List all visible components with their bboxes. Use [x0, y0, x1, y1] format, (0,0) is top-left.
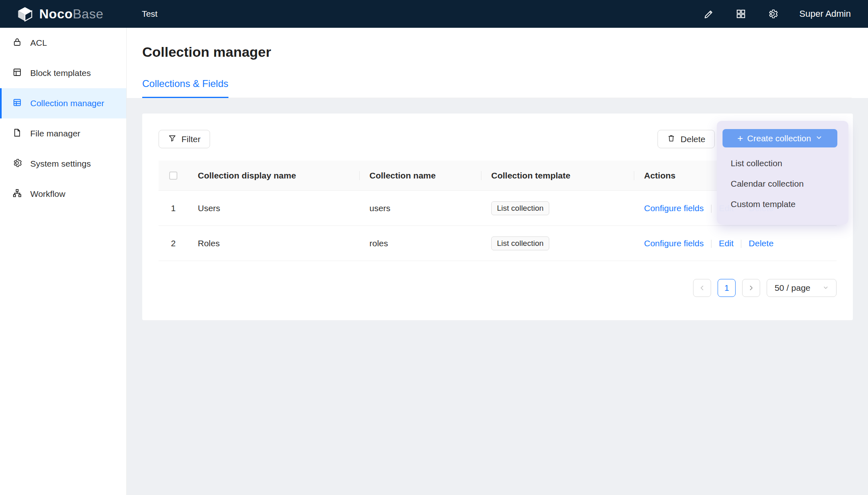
chevron-down-icon: [815, 134, 823, 143]
menu-item-custom-template[interactable]: Custom template: [717, 194, 848, 214]
layout-icon: [12, 67, 22, 79]
top-right-actions: Super Admin: [704, 9, 868, 19]
row-actions: Configure fieldsEditDelete: [634, 239, 837, 248]
page-title: Collection manager: [142, 44, 852, 60]
sidebar-item-label: File manager: [30, 129, 81, 138]
pagination-prev-button[interactable]: [693, 279, 711, 297]
create-collection-dropdown: + Create collection List collection Cale…: [717, 121, 848, 225]
column-display-name: Collection display name: [188, 171, 360, 181]
create-collection-label: Create collection: [747, 134, 811, 143]
pagination-next-button[interactable]: [742, 279, 760, 297]
filter-icon: [168, 134, 177, 145]
menu-item-list-collection[interactable]: List collection: [717, 153, 848, 174]
sidebar-item-block-templates[interactable]: Block templates: [0, 58, 126, 88]
configure-fields-link[interactable]: Configure fields: [644, 203, 704, 213]
delete-button[interactable]: Delete: [658, 130, 715, 148]
sidebar-item-label: ACL: [30, 38, 47, 48]
create-collection-button[interactable]: + Create collection: [723, 129, 837, 147]
template-tag: List collection: [491, 236, 549, 250]
top-bar: NocoBase Test: [0, 0, 868, 28]
row-template: List collection: [481, 201, 634, 215]
action-divider: [741, 240, 741, 248]
chevron-down-icon: [823, 283, 829, 293]
row-name: roles: [360, 239, 481, 248]
template-tag: List collection: [491, 201, 549, 215]
table-icon: [12, 98, 22, 109]
edit-link[interactable]: Edit: [719, 239, 734, 248]
table-row: 2 Roles roles List collection Configure …: [159, 226, 837, 261]
content-area: Filter Delete +: [127, 98, 868, 495]
create-collection-menu: List collection Calendar collection Cust…: [717, 153, 848, 214]
delete-button-label: Delete: [680, 134, 705, 144]
sidebar-item-collection-manager[interactable]: Collection manager: [0, 88, 126, 118]
main-area: Collection manager Collections & Fields …: [127, 28, 868, 495]
page-size-select[interactable]: 50 / page: [767, 279, 837, 297]
page-header: Collection manager Collections & Fields: [127, 28, 868, 98]
sidebar-item-workflow[interactable]: Workflow: [0, 179, 126, 209]
sidebar-item-acl[interactable]: ACL: [0, 28, 126, 58]
pagination-page-1[interactable]: 1: [718, 279, 736, 297]
file-icon: [12, 128, 22, 140]
row-index: 2: [159, 239, 188, 248]
workflow-icon: [12, 188, 22, 200]
action-divider: [711, 205, 711, 213]
action-divider: [711, 240, 711, 248]
row-index: 1: [159, 203, 188, 213]
top-menu: Test: [131, 0, 168, 28]
appstore-icon[interactable]: [736, 9, 746, 19]
sidebar-item-system-settings[interactable]: System settings: [0, 149, 126, 179]
column-template: Collection template: [481, 171, 634, 181]
configure-fields-link[interactable]: Configure fields: [644, 239, 704, 248]
row-display-name: Users: [188, 203, 360, 213]
plus-icon: +: [737, 134, 743, 143]
row-template: List collection: [481, 236, 634, 250]
nocobase-cube-icon: [16, 5, 34, 22]
tab-collections-fields[interactable]: Collections & Fields: [142, 78, 228, 98]
highlight-icon[interactable]: [704, 9, 714, 19]
gear-icon: [12, 158, 22, 170]
collections-card: Filter Delete +: [142, 114, 853, 320]
filter-button-label: Filter: [181, 134, 201, 144]
page-size-value: 50 / page: [774, 283, 810, 293]
delete-link[interactable]: Delete: [749, 239, 774, 248]
sidebar-item-label: Collection manager: [30, 98, 104, 108]
top-menu-item-test[interactable]: Test: [131, 0, 168, 28]
pagination: 1 50 / page: [159, 279, 837, 297]
gear-icon[interactable]: [767, 9, 778, 19]
header-select-cell: [159, 172, 188, 180]
user-menu[interactable]: Super Admin: [799, 9, 851, 19]
app-root: NocoBase Test: [0, 0, 868, 495]
sidebar: ACL Block templates Collection manager: [0, 28, 127, 495]
nocobase-logo[interactable]: NocoBase: [0, 5, 120, 22]
column-name: Collection name: [360, 171, 481, 181]
sidebar-item-label: Workflow: [30, 189, 65, 199]
sidebar-item-label: Block templates: [30, 68, 91, 78]
tabs-bar: Collections & Fields: [142, 78, 852, 98]
sidebar-item-label: System settings: [30, 159, 91, 169]
lock-icon: [12, 37, 22, 49]
row-name: users: [360, 203, 481, 213]
sidebar-item-file-manager[interactable]: File manager: [0, 118, 126, 149]
select-all-checkbox[interactable]: [169, 172, 177, 180]
trash-icon: [667, 134, 676, 145]
menu-item-calendar-collection[interactable]: Calendar collection: [717, 174, 848, 194]
logo-text: NocoBase: [39, 7, 103, 22]
row-display-name: Roles: [188, 239, 360, 248]
filter-button[interactable]: Filter: [159, 130, 210, 148]
